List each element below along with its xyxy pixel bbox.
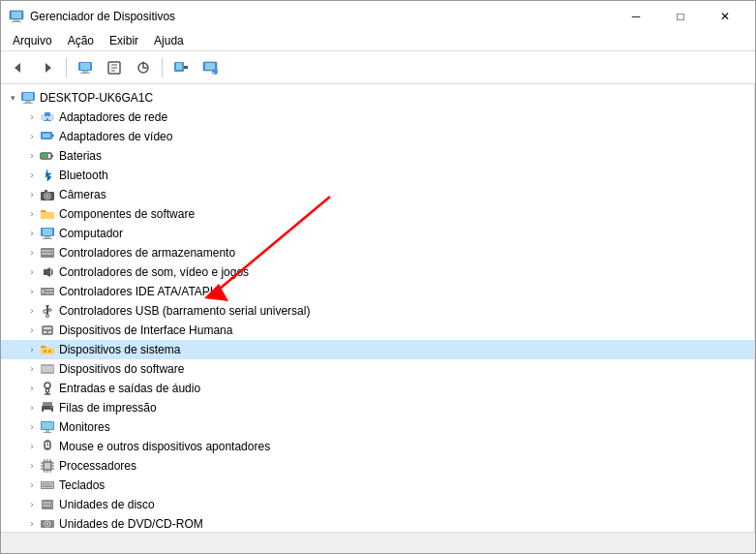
list-item[interactable]: › Entradas e saídas de áudio: [1, 379, 754, 398]
expand-icon[interactable]: ›: [24, 206, 40, 222]
menu-arquivo[interactable]: Arquivo: [5, 32, 60, 49]
tree-root[interactable]: ▾ DESKTOP-UK6GA1C: [1, 88, 754, 108]
svg-rect-103: [51, 483, 52, 485]
content-wrapper: ▾ DESKTOP-UK6GA1C ›: [1, 84, 755, 532]
root-label: DESKTOP-UK6GA1C: [40, 91, 153, 105]
menu-acao[interactable]: Ação: [60, 32, 102, 49]
device-tree[interactable]: ▾ DESKTOP-UK6GA1C ›: [1, 84, 755, 532]
list-item[interactable]: › Câmeras: [1, 185, 754, 204]
expand-icon[interactable]: ›: [24, 361, 40, 377]
list-item[interactable]: › Computador: [1, 224, 754, 243]
svg-rect-7: [80, 63, 90, 70]
list-item[interactable]: › Mouse e outros dispositivos apontadore…: [1, 437, 754, 456]
close-button[interactable]: ✕: [703, 5, 747, 28]
list-item[interactable]: › Baterias: [1, 146, 754, 166]
list-item[interactable]: › Adaptadores de rede: [1, 108, 754, 127]
audio-icon: [40, 381, 55, 396]
expand-icon[interactable]: ›: [24, 419, 40, 435]
video-icon: [40, 129, 55, 144]
forward-icon: [40, 60, 55, 76]
item-label: Baterias: [59, 149, 102, 163]
expand-icon[interactable]: ›: [24, 187, 40, 202]
list-item[interactable]: › Dispositivos do software: [1, 359, 754, 379]
list-item[interactable]: › Controladores USB (barramento serial u…: [1, 301, 754, 321]
expand-icon[interactable]: ›: [24, 516, 40, 532]
list-item[interactable]: › Dispositivos de sistema: [1, 340, 754, 359]
svg-point-83: [46, 447, 48, 449]
svg-rect-69: [46, 388, 49, 392]
list-item[interactable]: › Controladores de armazenamento: [1, 243, 754, 262]
maximize-button[interactable]: □: [658, 5, 703, 28]
forward-button[interactable]: [34, 55, 61, 80]
list-item[interactable]: › Monitores: [1, 417, 754, 437]
svg-point-68: [45, 383, 50, 388]
svg-rect-26: [23, 103, 33, 104]
title-buttons: ─ □ ✕: [614, 5, 747, 28]
expand-icon[interactable]: ›: [24, 400, 40, 416]
list-item[interactable]: › Teclados: [1, 476, 754, 495]
list-item[interactable]: › Componentes de software: [1, 204, 754, 224]
expand-icon[interactable]: ›: [24, 323, 40, 338]
enable-button[interactable]: [167, 55, 195, 80]
svg-marker-50: [44, 267, 50, 277]
scan-changes-button[interactable]: +: [197, 55, 224, 80]
expand-icon[interactable]: ›: [24, 497, 40, 512]
item-label: Mouse e outros dispositivos apontadores: [59, 440, 270, 453]
svg-text:+: +: [213, 69, 216, 75]
expand-icon[interactable]: ›: [24, 264, 40, 280]
menu-exibir[interactable]: Exibir: [102, 32, 146, 49]
item-label: Monitores: [59, 420, 110, 434]
item-label: Controladores de armazenamento: [59, 246, 235, 260]
root-expand-icon[interactable]: ▾: [5, 90, 20, 106]
expand-icon[interactable]: ›: [24, 477, 40, 493]
expand-icon[interactable]: ›: [24, 458, 40, 474]
svg-point-114: [46, 523, 48, 525]
svg-rect-102: [48, 483, 50, 485]
expand-icon[interactable]: ›: [24, 245, 40, 261]
svg-rect-106: [50, 486, 52, 488]
list-item[interactable]: › Dispositivos de Interface Humana: [1, 321, 754, 340]
toolbar-sep-1: [66, 58, 67, 77]
svg-marker-56: [45, 305, 49, 308]
expand-icon[interactable]: ›: [24, 148, 40, 164]
item-label: Dispositivos do software: [59, 362, 184, 376]
menu-ajuda[interactable]: Ajuda: [146, 32, 192, 49]
svg-rect-30: [44, 120, 51, 121]
expand-icon[interactable]: ›: [24, 284, 40, 299]
expand-icon[interactable]: ›: [24, 226, 40, 241]
list-item[interactable]: › Controladores de som, vídeo e jogos: [1, 262, 754, 282]
expand-icon[interactable]: ›: [24, 109, 40, 125]
printer-icon: [40, 400, 55, 416]
minimize-button[interactable]: ─: [614, 5, 658, 28]
item-label: Unidades de DVD/CD-ROM: [59, 517, 203, 531]
show-devices-button[interactable]: [72, 55, 99, 80]
update-driver-button[interactable]: [130, 55, 157, 80]
item-label: Componentes de software: [59, 207, 195, 221]
folder-icon: [40, 206, 55, 222]
computer-icon: [40, 226, 55, 241]
computer-icon: [77, 60, 93, 76]
expand-icon[interactable]: ›: [24, 342, 40, 357]
expand-icon[interactable]: ›: [24, 303, 40, 319]
expand-icon[interactable]: ›: [24, 129, 40, 144]
list-item[interactable]: › Bluetooth: [1, 166, 754, 185]
list-item[interactable]: ›: [1, 456, 754, 476]
svg-marker-33: [52, 134, 54, 138]
expand-icon[interactable]: ›: [24, 381, 40, 396]
title-bar-left: Gerenciador de Dispositivos: [9, 9, 175, 24]
properties-button[interactable]: [101, 55, 128, 80]
expand-icon[interactable]: ›: [24, 439, 40, 454]
list-item[interactable]: › Controladores IDE ATA/ATAPI: [1, 282, 754, 301]
list-item[interactable]: › Unidades de disco: [1, 495, 754, 514]
svg-rect-61: [44, 327, 51, 329]
item-label: Teclados: [59, 478, 105, 492]
back-button[interactable]: [5, 55, 32, 80]
list-item[interactable]: › Filas de impressão: [1, 398, 754, 417]
list-item[interactable]: › Adaptadores de vídeo: [1, 127, 754, 146]
cpu-icon: [40, 458, 55, 474]
list-item[interactable]: › Unidades de DVD/CD-ROM: [1, 514, 754, 532]
svg-rect-35: [42, 154, 48, 158]
sound-icon: [40, 264, 55, 280]
expand-icon[interactable]: ›: [24, 168, 40, 183]
window-icon: [9, 9, 24, 24]
